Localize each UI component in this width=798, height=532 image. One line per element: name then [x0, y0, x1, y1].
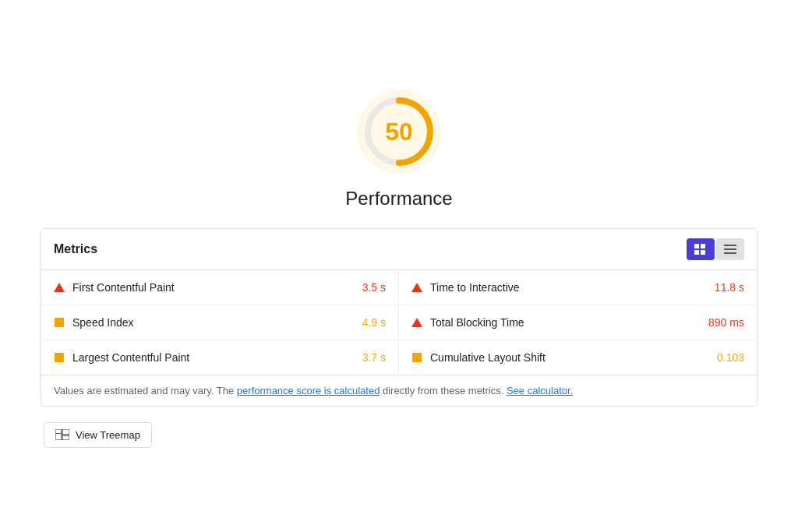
view-toggle: [687, 238, 744, 260]
triangle-red-icon: [54, 283, 65, 292]
svg-rect-6: [701, 250, 705, 255]
metric-name-fcp: First Contentful Paint: [72, 281, 362, 294]
treemap-icon: [55, 429, 69, 440]
svg-rect-3: [694, 244, 699, 248]
square-orange-icon: [55, 318, 64, 327]
metric-indicator-fcp: [54, 282, 65, 293]
metric-name-tti: Time to Interactive: [430, 281, 715, 294]
footer-text: Values are estimated and may vary. The: [54, 385, 237, 396]
svg-rect-10: [55, 429, 62, 440]
see-calculator-link[interactable]: See calculator.: [507, 385, 573, 396]
metric-indicator-tbt: [411, 317, 422, 328]
view-treemap-button[interactable]: View Treemap: [44, 422, 152, 448]
square-orange-icon: [412, 353, 422, 362]
metric-row: Time to Interactive 11.8 s: [399, 270, 757, 305]
metric-indicator-lcp: [54, 352, 65, 363]
metric-row: First Contentful Paint 3.5 s: [41, 270, 399, 305]
metrics-section-title: Metrics: [54, 242, 97, 256]
treemap-section: View Treemap: [41, 422, 757, 448]
svg-rect-12: [62, 435, 69, 440]
metrics-header: Metrics: [41, 229, 757, 270]
grid-view-button[interactable]: [687, 238, 715, 260]
svg-rect-13: [55, 433, 62, 434]
list-icon: [724, 244, 736, 255]
svg-rect-5: [694, 250, 699, 255]
svg-rect-7: [724, 245, 736, 246]
gauge-score: 50: [385, 117, 413, 146]
performance-title: Performance: [345, 188, 452, 210]
metric-value-si: 4.9 s: [362, 316, 386, 329]
svg-rect-8: [724, 248, 736, 250]
triangle-red-icon: [411, 318, 422, 327]
square-orange-icon: [55, 353, 64, 362]
metrics-section: Metrics: [41, 228, 757, 407]
metric-indicator-si: [54, 317, 65, 328]
metric-name-cls: Cumulative Layout Shift: [430, 351, 717, 364]
metric-indicator-cls: [411, 352, 422, 363]
metric-row: Cumulative Layout Shift 0.103: [399, 340, 757, 375]
triangle-red-icon: [411, 283, 422, 292]
svg-rect-4: [701, 244, 705, 248]
main-container: 50 Performance Metrics: [25, 54, 773, 479]
metric-row: Total Blocking Time 890 ms: [399, 305, 757, 340]
metric-value-tbt: 890 ms: [708, 316, 744, 329]
metric-row: Largest Contentful Paint 3.7 s: [41, 340, 399, 375]
performance-score-link[interactable]: performance score is calculated: [237, 385, 380, 396]
metric-name-lcp: Largest Contentful Paint: [72, 351, 362, 364]
metric-value-lcp: 3.7 s: [362, 351, 386, 364]
gauge-section: 50 Performance: [41, 85, 757, 210]
metric-indicator-tti: [411, 282, 422, 293]
metric-value-cls: 0.103: [717, 351, 744, 364]
metric-name-si: Speed Index: [72, 316, 362, 329]
metric-row: Speed Index 4.9 s: [41, 305, 399, 340]
svg-rect-11: [62, 429, 69, 435]
list-view-button[interactable]: [716, 238, 744, 260]
grid-icon: [694, 244, 707, 255]
metric-name-tbt: Total Blocking Time: [430, 316, 708, 329]
metrics-footer: Values are estimated and may vary. The p…: [41, 375, 757, 406]
svg-rect-9: [724, 252, 736, 254]
footer-mid: directly from these metrics.: [380, 385, 507, 396]
view-treemap-label: View Treemap: [76, 429, 140, 441]
metrics-grid: First Contentful Paint 3.5 s Time to Int…: [41, 270, 757, 375]
metric-value-fcp: 3.5 s: [362, 281, 386, 294]
metric-value-tti: 11.8 s: [715, 281, 744, 294]
performance-gauge: 50: [352, 85, 446, 178]
